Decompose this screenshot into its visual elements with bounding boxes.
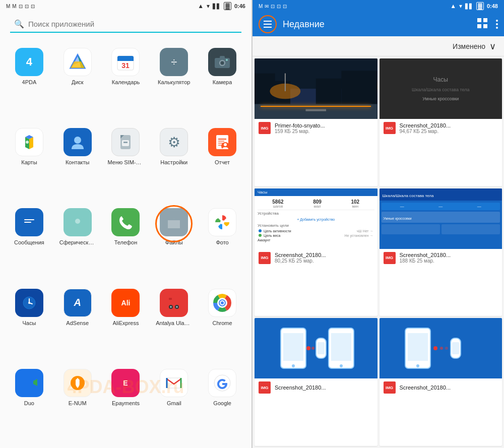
file-size-s2: 80,25 КБ 25 мар. [275,258,373,264]
app-settings[interactable]: ⚙ Настройки [150,123,198,203]
svg-point-33 [75,219,80,224]
search-bar[interactable]: 🔍 [10,16,241,33]
svg-point-43 [170,306,172,308]
file-type-icon-s2: IMG [259,252,271,264]
app-report[interactable]: Отчет [198,123,246,203]
mail-icon-r2: ✉ [265,4,269,9]
svg-point-75 [292,364,295,367]
thumb-text-scale: Шкала/Шкала состава тела [408,87,474,92]
svg-point-27 [224,143,227,146]
search-input[interactable] [28,20,237,28]
file-card-screenshot4[interactable]: IMG Screenshot_20180... [255,318,377,446]
app-contacts[interactable]: Контакты [53,123,102,203]
app-maps[interactable]: Карты [5,123,53,203]
signal-arrow-r: ▲ [450,3,456,10]
app-messages[interactable]: Сообщения [5,203,53,283]
app-calendar[interactable]: 31 Календарь [102,43,150,123]
svg-rect-84 [408,333,428,361]
mail-icon-1: M [6,4,10,9]
sort-chevron-icon[interactable]: ∨ [489,41,496,52]
svg-point-78 [306,346,310,350]
file-card-screenshot3[interactable]: Шкала/Шкала состава тела — — — Умные кро… [380,188,502,316]
antalya-icon [165,294,183,312]
app-calc[interactable]: ÷ Калькулятор [150,43,198,123]
goals-label: Установить цели [258,222,374,229]
app-epayments[interactable]: E Epayments [102,364,150,444]
calendar-icon: 31 [115,52,136,72]
file-card-screenshot5[interactable]: IMG Screenshot_20180... [380,318,502,446]
hamburger-line-2 [264,24,272,25]
thumb-text-shoes: Умные кроссовки [422,96,459,101]
goal-weight: Цель веса Не установлен → [258,233,374,238]
epayments-icon: E [116,374,135,392]
file-meta-s4: Screenshot_20180... [275,385,373,391]
svg-rect-53 [22,377,33,388]
app-google[interactable]: Google [198,364,246,444]
app-sim[interactable]: Меню SIM-ка... [102,123,150,203]
app-antalya[interactable]: Antalya Ulaşı... [150,284,198,364]
phone-connect-img-2 [395,323,486,373]
app-enum[interactable]: E-NUM [53,364,102,444]
app-label-gmail: Gmail [167,400,181,407]
svg-rect-31 [24,222,31,223]
file-size-s1: 94,67 КБ 25 мар. [400,129,498,134]
more-options-button[interactable] [496,20,498,29]
app-label-sim: Меню SIM-ка... [107,159,144,166]
file-info-screenshot3: IMG Screenshot_20180... 188 КБ 25 мар. [380,249,502,267]
phone-connect-img-1 [271,323,361,373]
app-4pda[interactable]: 4 4PDA [5,43,53,123]
goal-activity: Цель активности чШ Нет → [258,229,374,233]
file-type-icon-primer: IMG [259,122,271,134]
adsense-icon: A [74,297,81,308]
add-device: + Добавить устройство [258,217,374,222]
svg-rect-60 [483,18,487,22]
dot-3 [496,27,498,29]
watch-blue-body: — — — Умные кроссовки [380,201,502,249]
battery-icon-r: ▓ [476,2,484,10]
app-photos[interactable]: Фото [198,203,246,283]
app-aliexpress[interactable]: Ali AliExpress [102,284,150,364]
app-clock[interactable]: Часы [5,284,53,364]
svg-point-15 [26,141,29,144]
device-label: Устройства [258,210,374,217]
watch-header: Часы [255,188,377,196]
app-label-phone: Телефон [114,239,138,246]
thumb-screenshot2: Часы 5862 шагов 809 ккал 102 [255,188,377,249]
file-name-primer: Primer-foto-snyato... [275,122,373,129]
app-label-camera: Камера [213,79,232,86]
svg-rect-10 [220,56,225,58]
app-files[interactable]: Файлы [150,203,198,283]
status-bar-right: M ✉ ⊡ ⊡ ⊡ ▲ ▾ ▋▋ ▓ 0:48 [253,0,504,12]
status-right-left: ▲ ▾ ▋▋ ▓ 0:46 [198,2,245,10]
app-phone[interactable]: Телефон [102,203,150,283]
grid-view-button[interactable] [477,18,488,31]
file-card-primer[interactable]: IMG Primer-foto-snyato... 159 КБ 25 мар. [255,58,377,186]
watch-body: 5862 шагов 809 ккал 102 мин Устройства [255,196,377,249]
svg-rect-71 [255,104,377,119]
app-camera[interactable]: Камера [198,43,246,123]
thumb-text-часы: Часы [433,76,448,83]
gmail-icon [165,374,183,392]
app-adsense[interactable]: A AdSense [53,284,102,364]
svg-rect-40 [168,299,180,306]
photos-icon [213,213,231,231]
menu-button[interactable] [259,15,277,33]
app-drive[interactable]: Диск [53,43,102,123]
wifi-icon: ▾ [207,3,210,10]
app-label-report: Отчет [215,159,230,166]
svg-point-16 [74,137,81,144]
file-card-screenshot1[interactable]: Часы Шкала/Шкала состава тела Умные крос… [380,58,502,186]
app-label-enum: E-NUM [69,400,87,407]
file-card-screenshot2[interactable]: Часы 5862 шагов 809 ккал 102 [255,188,377,316]
notification-icon-2: ⊡ [25,4,29,9]
app-chrome[interactable]: Chrome [198,284,246,364]
file-meta-s1: Screenshot_20180... 94,67 КБ 25 мар. [400,122,498,134]
watch-blue-header: Шкала/Шкала состава тела [380,188,502,201]
file-size-s3: 188 КБ 25 мар. [400,258,498,264]
app-label-duo: Duo [24,400,34,407]
app-label-4pda: 4PDA [22,79,37,86]
svg-point-13 [221,62,223,64]
app-gmail[interactable]: Gmail [150,364,198,444]
app-duo[interactable]: Duo [5,364,53,444]
app-spherical[interactable]: Сферическая... [53,203,102,283]
